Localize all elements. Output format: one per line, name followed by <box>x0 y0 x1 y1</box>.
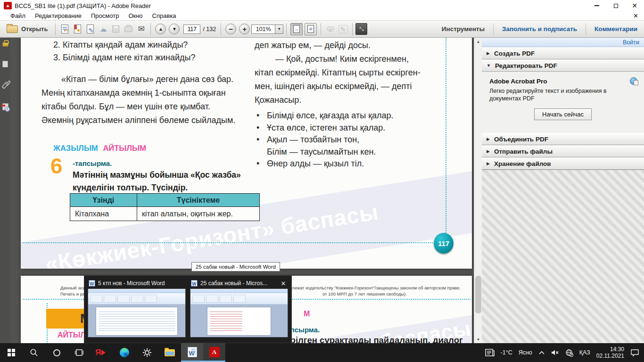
weather-description[interactable]: Ясно <box>519 349 532 356</box>
fullscreen-button[interactable]: ⤡ <box>355 23 367 35</box>
text-line: Қожанасыр. <box>255 93 421 107</box>
sign-document-button[interactable]: ✎ <box>84 23 97 35</box>
word-preview-card[interactable]: 25 сабак новый - Micros... ✕ <box>190 278 288 340</box>
panel-section-store-files[interactable]: ▶ Хранение файлов <box>482 157 644 170</box>
maximize-button[interactable] <box>606 0 625 11</box>
next-page-button[interactable]: ▼ <box>169 24 180 34</box>
scrollbar-thumb[interactable] <box>475 276 481 313</box>
previous-page-button[interactable]: ▲ <box>155 24 166 34</box>
tray-expand-chevron-icon[interactable] <box>538 351 545 355</box>
close-button[interactable]: ✕ <box>625 0 644 11</box>
yandex-browser-button[interactable]: Я <box>91 343 113 362</box>
menu-help[interactable]: Справка <box>148 12 181 19</box>
preview-card-header: 5 ктп нов - Microsoft Word <box>88 278 186 288</box>
keyboard-language[interactable]: ҚАЗ <box>579 349 590 356</box>
fit-width-button[interactable]: ↔ <box>290 23 303 35</box>
word-window-thumbnail[interactable] <box>88 288 186 337</box>
settings-button[interactable] <box>136 343 158 362</box>
minimize-button[interactable] <box>587 0 606 11</box>
attachments-paperclip-icon[interactable] <box>1 81 9 89</box>
task-view-button[interactable] <box>68 343 91 362</box>
text-line: — Қой, достым! Киім ескіргенмен, <box>255 52 421 66</box>
fit-page-button[interactable]: ✛ <box>305 23 317 35</box>
right-column-paragraph: деп жатыр ем, — дейді досы. — Қой, досты… <box>255 39 421 107</box>
preview-close-icon[interactable]: ✕ <box>280 280 287 287</box>
zoom-level-value[interactable]: 101% <box>251 25 275 34</box>
open-button[interactable]: Открыть <box>4 24 52 34</box>
adobe-reader-taskbar-button[interactable]: A <box>203 343 225 362</box>
heading-speaking: АЙТЫЛЫМ <box>103 144 146 152</box>
send-to-cloud-button[interactable]: ☁↑ <box>97 23 109 35</box>
explorer-folder-icon <box>165 349 175 356</box>
action-center-icon[interactable] <box>630 349 639 357</box>
zoom-in-button[interactable]: + <box>239 24 250 34</box>
menu-file[interactable]: Файл <box>6 12 30 19</box>
comment-button-disabled <box>324 23 337 35</box>
clock[interactable]: 14:30 02.11.2021 <box>596 346 624 359</box>
file-explorer-button[interactable] <box>158 343 181 362</box>
adobe-reader-icon: ▲ <box>4 2 12 9</box>
page-icon: ↩ <box>61 25 68 33</box>
security-lock-icon[interactable] <box>2 42 8 47</box>
print-button-disabled <box>122 23 135 35</box>
word-icon <box>191 280 198 287</box>
system-tray: -1°C Ясно ҚАЗ 14:30 02.11.2021 <box>485 343 644 362</box>
pdf-page-117: «Көкжиек-Горизонт» баспасы 2. Кітапты қа… <box>21 38 472 269</box>
window-controls: ✕ <box>587 0 644 11</box>
weather-temperature[interactable]: -1°C <box>501 349 512 356</box>
scroll-up-icon[interactable]: ▲ <box>474 38 482 45</box>
zoom-dropdown-arrow[interactable]: ▼ <box>275 25 283 34</box>
section-label: Хранение файлов <box>494 160 551 167</box>
menu-edit[interactable]: Редактирование <box>30 12 86 19</box>
panel-section-send-files[interactable]: ▶ Отправить файлы <box>482 145 644 157</box>
page-number-input[interactable] <box>183 25 200 34</box>
create-pdf-button[interactable]: ★ <box>71 23 84 35</box>
model-tree-info-icon[interactable] <box>2 103 8 110</box>
taskbar-tooltip: 25 сабак новый - Microsoft Word <box>191 262 280 272</box>
word-preview-card[interactable]: 5 ктп нов - Microsoft Word <box>88 278 186 340</box>
section-heading: ЖАЗЫЛЫМ АЙТЫЛЫМ <box>53 144 146 153</box>
yandex-icon: Я <box>95 348 108 357</box>
start-now-button[interactable]: Начать сейчас <box>534 108 592 120</box>
main-area: «Көкжиек-Горизонт» баспасы 2. Кітапты қа… <box>0 38 644 343</box>
envelope-icon: ✉ <box>138 24 145 34</box>
word-taskbar-button[interactable] <box>181 343 203 362</box>
menu-window[interactable]: Окно <box>124 12 147 19</box>
tools-panel: Войти ▶ Создать PDF ▼ Редактировать PDF … <box>482 38 644 343</box>
panel-section-create-pdf[interactable]: ▶ Создать PDF <box>482 47 644 59</box>
edge-button[interactable] <box>113 343 136 362</box>
menu-view[interactable]: Просмотр <box>86 12 124 19</box>
document-close-icon[interactable]: ✕ <box>633 12 644 19</box>
navigation-strip <box>0 38 10 343</box>
word-window-thumbnail[interactable] <box>190 288 288 337</box>
cortana-button[interactable] <box>45 343 68 362</box>
word-app-icon <box>188 347 197 357</box>
panel-section-combine-pdf[interactable]: ▶ Объединить PDF <box>482 133 644 145</box>
table-header-cell: Үзінді <box>70 194 137 207</box>
separator <box>55 23 56 35</box>
network-globe-icon[interactable] <box>565 349 573 357</box>
news-widget-icon[interactable] <box>485 349 495 357</box>
section-label: Редактировать PDF <box>495 62 557 69</box>
email-button[interactable]: ✉ <box>135 23 148 35</box>
acrobat-pro-title: Adobe Acrobat Pro <box>489 78 636 85</box>
panel-hatched-filler <box>482 170 644 343</box>
pdf-scrollbar[interactable]: ▲ ▼ <box>474 38 482 343</box>
volume-muted-icon[interactable] <box>551 349 559 356</box>
search-button[interactable] <box>23 343 45 362</box>
page-thumbnails-icon[interactable] <box>2 61 8 67</box>
table-header-cell: Түсініктеме <box>137 194 260 207</box>
text-line: Менің кітапханамда әкемнің 1-сыныпта оқы… <box>41 86 235 100</box>
zoom-out-button[interactable]: − <box>225 24 236 34</box>
save-copy-button[interactable]: ↩ <box>58 23 71 35</box>
tools-link[interactable]: Инструменты <box>435 25 491 33</box>
sign-in-link[interactable]: Войти <box>623 39 639 46</box>
text-line: деп жатыр ем, — дейді досы. <box>255 39 421 52</box>
heading-writing: ЖАЗЫЛЫМ <box>53 144 98 152</box>
fill-sign-link[interactable]: Заполнить и подписать <box>495 25 584 33</box>
comments-link[interactable]: Комментарии <box>588 25 644 33</box>
panel-section-edit-pdf[interactable]: ▼ Редактировать PDF <box>482 59 644 72</box>
scroll-down-icon[interactable]: ▼ <box>474 336 482 343</box>
start-button[interactable] <box>0 343 23 362</box>
proverb-bullet-list: Білімді өлсе, қағазда аты қалар. Ұста өл… <box>255 110 394 170</box>
